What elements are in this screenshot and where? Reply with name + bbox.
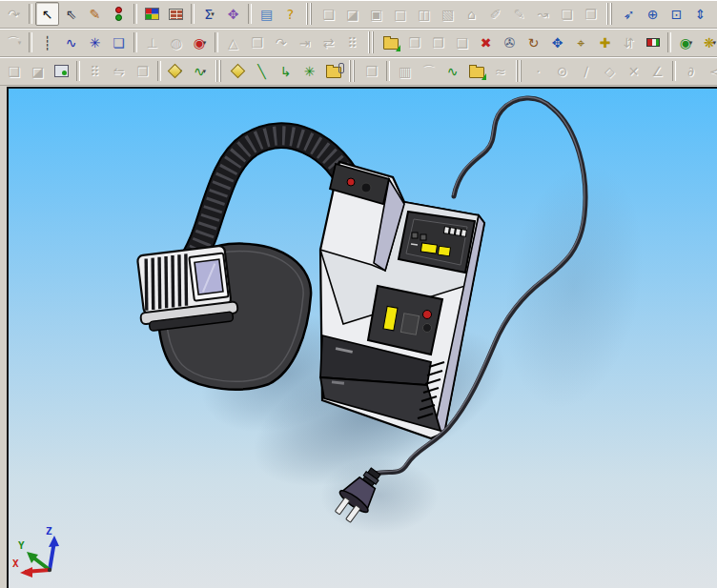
sketch-point-button[interactable]: ✳ xyxy=(83,30,107,54)
toolbar-separator xyxy=(672,61,676,81)
mirror-feature-button: ⇋ xyxy=(107,59,131,83)
curve-through-points-icon: ↝ xyxy=(538,8,549,21)
edit-color-icon xyxy=(145,8,159,20)
spline-button[interactable]: ∿ xyxy=(59,30,83,54)
toolbar-separator xyxy=(248,4,252,24)
dim-tangent-icon: ∂ xyxy=(687,65,694,78)
dim-intersect-icon: ✕ xyxy=(628,65,640,78)
toolbar-separator xyxy=(667,32,671,52)
zoom-fit-icon: ⊕ xyxy=(647,8,659,21)
sketch-add-button: ✎ xyxy=(507,2,531,26)
view-orientation-button[interactable]: ✥ xyxy=(221,2,245,26)
design-checker-icon: ▤ xyxy=(260,8,273,21)
mate-reference-icon xyxy=(326,67,341,78)
pattern-small-button: ⠿ xyxy=(340,30,364,54)
sketch-button[interactable]: ✎ xyxy=(83,2,107,26)
redo-dropdown-caret[interactable]: ▾ xyxy=(17,10,21,18)
dim-angle-button: ∠ xyxy=(645,59,669,83)
rotate-component-button[interactable]: ↻ xyxy=(522,30,545,54)
mate-icon xyxy=(646,38,660,47)
coordinate-system-button[interactable]: ↳ xyxy=(274,59,297,83)
rotate-component-icon: ↻ xyxy=(528,36,540,50)
sketch-3d-icon: ✐ xyxy=(490,8,502,21)
dim-tangent-button: ∂ xyxy=(679,59,703,83)
model-document-camera[interactable]: Z Y X xyxy=(0,87,717,588)
pattern-small-icon: ⠿ xyxy=(347,36,357,50)
appearance-button[interactable] xyxy=(50,59,73,83)
curve-tool-dropdown-caret[interactable]: ▾ xyxy=(203,68,207,75)
curve-tool-button[interactable]: ∿▾ xyxy=(188,59,212,83)
reference-point-button[interactable]: ◉▾ xyxy=(188,30,212,54)
zoom-area-button[interactable]: ⊡ xyxy=(665,2,688,26)
options-gear-dropdown-caret[interactable]: ▾ xyxy=(713,39,717,47)
hide-component-icon: ❒ xyxy=(408,36,420,50)
plane-button[interactable] xyxy=(226,59,250,83)
triad-x-label: X xyxy=(12,558,19,570)
front-black-button[interactable] xyxy=(423,324,432,333)
silhouette-entities-icon: ◍ xyxy=(170,36,181,50)
options-gear-button[interactable]: ❋▾ xyxy=(698,30,717,54)
annotation-button: △ xyxy=(221,30,245,54)
spline-3d-button[interactable]: ∿ xyxy=(440,59,464,83)
smart-mates-button[interactable]: ◉▾ xyxy=(674,30,698,54)
traffic-light-button[interactable] xyxy=(107,2,131,26)
reference-plane-wizard-button[interactable]: ▾ xyxy=(164,59,188,83)
plane-icon xyxy=(231,64,246,79)
reference-point-dropdown-caret[interactable]: ▾ xyxy=(203,39,207,47)
move-with-triad-button[interactable]: ✚ xyxy=(593,30,617,54)
measure-dropdown-caret[interactable]: ▾ xyxy=(211,10,215,18)
toolbar-separator xyxy=(133,32,137,52)
measure-button[interactable]: Σ▾ xyxy=(197,2,221,26)
layer-properties-button: ❏ xyxy=(555,2,579,26)
dim-point-icon: · xyxy=(536,65,540,78)
dim-line-icon: ∕ xyxy=(584,65,588,78)
select-filter-button[interactable]: ⇖ xyxy=(59,2,83,26)
zoom-in-out-icon: ⇕ xyxy=(695,8,707,21)
components-pattern-icon: ❐ xyxy=(136,65,149,78)
point-button[interactable]: ✳ xyxy=(297,59,321,83)
zoom-fit-button[interactable]: ⊕ xyxy=(641,2,665,26)
previous-view-button[interactable]: ➶ xyxy=(617,2,641,26)
panel-small-button-1[interactable] xyxy=(412,233,418,238)
projected-curve-button: ⌒ xyxy=(417,59,440,83)
mate-reference-button[interactable] xyxy=(321,59,345,83)
derived-part-icon xyxy=(469,67,484,78)
sketch-point-icon: ✳ xyxy=(90,36,101,50)
mirror-feature-icon: ⇋ xyxy=(113,65,125,78)
change-transparency-icon: ❐ xyxy=(432,36,444,50)
axis-button[interactable]: ╲ xyxy=(250,59,274,83)
delete-component-button[interactable]: ✖ xyxy=(474,30,498,54)
smart-fasteners-button[interactable]: ⌖ xyxy=(569,30,593,54)
panel-yellow-button-1[interactable] xyxy=(420,243,437,253)
sketch-add-icon: ✎ xyxy=(514,8,525,21)
insert-component-button[interactable] xyxy=(379,30,402,54)
display-shaded-icon: ❑ xyxy=(322,8,335,21)
sketch-fillet-dropdown-caret[interactable]: ▾ xyxy=(18,39,22,47)
panel-small-button-2[interactable] xyxy=(420,234,426,240)
front-red-button[interactable] xyxy=(423,311,432,319)
help-button[interactable]: ? xyxy=(278,2,302,26)
smart-mates-dropdown-caret[interactable]: ▾ xyxy=(689,39,693,47)
zoom-in-out-button[interactable]: ⇕ xyxy=(688,2,712,26)
design-checker-button[interactable]: ▤ xyxy=(255,2,278,26)
attach-note-button[interactable]: ✇ xyxy=(498,30,522,54)
component-properties-icon: ❑ xyxy=(456,36,468,50)
annotation-icon: △ xyxy=(228,36,238,50)
dim-check-button: ≺ xyxy=(703,59,717,83)
panel-yellow-button-2[interactable] xyxy=(438,246,450,256)
edit-texture-icon xyxy=(169,9,183,20)
mate-button[interactable] xyxy=(641,30,665,54)
derived-part-button[interactable] xyxy=(464,59,488,83)
centerline-button[interactable]: ┊ xyxy=(35,30,59,54)
model-camera-head[interactable] xyxy=(133,245,239,333)
select-tool-button[interactable]: ↖ xyxy=(35,2,59,26)
zoom-selection-button: ⊖ xyxy=(712,2,717,26)
toolbar-grip xyxy=(516,60,522,82)
move-component-button[interactable]: ✥ xyxy=(545,30,569,54)
toolbar-separator xyxy=(29,32,32,52)
front-dark-button[interactable] xyxy=(400,314,419,335)
display-shaded-button: ❑ xyxy=(317,2,340,26)
edit-color-button[interactable] xyxy=(140,2,164,26)
edit-texture-button[interactable] xyxy=(164,2,188,26)
convert-entities-button[interactable]: ❏ xyxy=(107,30,131,54)
